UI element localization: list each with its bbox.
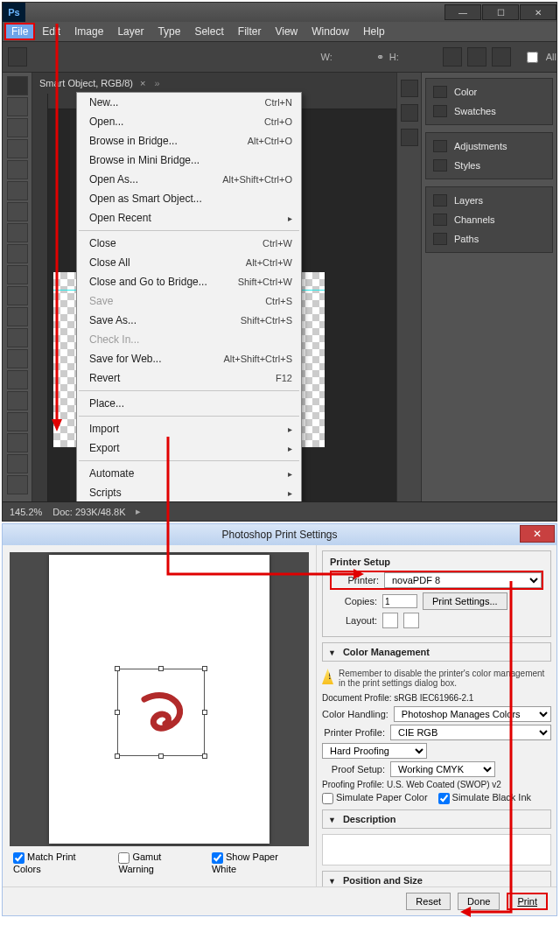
layout-portrait-icon[interactable] xyxy=(382,613,398,628)
zoom-level[interactable]: 145.2% xyxy=(10,507,42,517)
copies-input[interactable] xyxy=(382,594,417,608)
all-checkbox[interactable] xyxy=(527,52,538,63)
tool-slot[interactable] xyxy=(7,328,28,347)
layout-landscape-icon[interactable] xyxy=(403,613,419,628)
gamut-warning-checkbox[interactable]: Gamut Warning xyxy=(118,851,200,874)
opt-icon[interactable] xyxy=(492,47,511,67)
tool-slot[interactable] xyxy=(7,433,28,452)
link-icon[interactable]: ⚭ xyxy=(376,52,384,63)
dock-icon[interactable] xyxy=(401,104,418,122)
position-size-header[interactable]: Position and Size xyxy=(322,871,551,886)
menu-item-import[interactable]: Import xyxy=(77,419,301,438)
menu-layer[interactable]: Layer xyxy=(110,23,150,40)
description-header[interactable]: Description xyxy=(322,809,551,829)
tool-slot[interactable] xyxy=(7,160,28,179)
dock-icon[interactable] xyxy=(401,129,418,146)
menu-item-export[interactable]: Export xyxy=(77,438,301,458)
tool-slot[interactable] xyxy=(7,391,28,410)
tool-slot[interactable] xyxy=(7,412,28,431)
window-titlebar: Ps — ☐ ✕ xyxy=(3,3,556,22)
menu-item-browse-in-bridge[interactable]: Browse in Bridge...Alt+Ctrl+O xyxy=(77,131,301,151)
tool-slot[interactable] xyxy=(7,370,28,389)
menu-window[interactable]: Window xyxy=(304,23,356,40)
hard-proofing-select[interactable]: Hard Proofing xyxy=(322,743,427,759)
tool-slot[interactable] xyxy=(7,223,28,242)
print-bounding-box[interactable] xyxy=(117,669,205,756)
tab-close-icon[interactable]: × xyxy=(140,78,145,88)
minimize-button[interactable]: — xyxy=(444,4,481,20)
menu-item-open-recent[interactable]: Open Recent xyxy=(77,208,301,228)
tool-slot[interactable] xyxy=(7,454,28,473)
panel-channels[interactable]: Channels xyxy=(426,210,552,229)
panel-styles[interactable]: Styles xyxy=(426,156,552,175)
panel-group-color: ColorSwatches xyxy=(425,78,553,125)
menu-item-revert[interactable]: RevertF12 xyxy=(77,368,301,388)
tool-slot[interactable] xyxy=(7,139,28,158)
printer-select[interactable]: novaPDF 8 xyxy=(384,572,542,588)
tool-slot[interactable] xyxy=(7,202,28,221)
close-button[interactable]: ✕ xyxy=(520,4,556,20)
panel-group-adjustments: AdjustmentsStyles xyxy=(425,132,553,179)
opt-icon[interactable] xyxy=(443,47,462,67)
tool-slot[interactable] xyxy=(7,307,28,326)
color-management-header[interactable]: Color Management xyxy=(322,642,551,662)
maximize-button[interactable]: ☐ xyxy=(482,4,519,20)
menu-item-new[interactable]: New...Ctrl+N xyxy=(77,93,301,112)
panel-swatches[interactable]: Swatches xyxy=(426,102,552,121)
panel-adjustments[interactable]: Adjustments xyxy=(426,137,552,156)
color-handling-select[interactable]: Photoshop Manages Colors xyxy=(394,706,551,722)
tool-preset-icon[interactable] xyxy=(8,47,27,67)
menu-item-open-as[interactable]: Open As...Alt+Shift+Ctrl+O xyxy=(77,170,301,189)
show-paper-white-checkbox[interactable]: Show Paper White xyxy=(212,851,305,874)
printer-setup-heading: Printer Setup xyxy=(330,557,543,567)
menu-item-place[interactable]: Place... xyxy=(77,394,301,413)
menu-item-save-as[interactable]: Save As...Shift+Ctrl+S xyxy=(77,311,301,330)
menu-item-scripts[interactable]: Scripts xyxy=(77,483,301,501)
menu-file[interactable]: File xyxy=(4,23,35,40)
status-arrow-icon[interactable]: ▸ xyxy=(136,506,141,517)
tab-overflow-icon[interactable]: » xyxy=(154,78,159,88)
reset-button[interactable]: Reset xyxy=(406,893,451,910)
menu-type[interactable]: Type xyxy=(150,23,187,40)
menu-item-close-and-go-to-bridge[interactable]: Close and Go to Bridge...Shift+Ctrl+W xyxy=(77,272,301,291)
tool-slot[interactable] xyxy=(7,76,28,95)
menu-view[interactable]: View xyxy=(268,23,304,40)
menu-item-close[interactable]: CloseCtrl+W xyxy=(77,234,301,253)
panel-layers[interactable]: Layers xyxy=(426,191,552,210)
menu-item-browse-in-mini-bridge[interactable]: Browse in Mini Bridge... xyxy=(77,151,301,170)
print-settings-button[interactable]: Print Settings... xyxy=(423,592,508,610)
menu-edit[interactable]: Edit xyxy=(35,23,67,40)
tool-slot[interactable] xyxy=(7,244,28,263)
tool-slot[interactable] xyxy=(7,97,28,116)
menu-item-close-all[interactable]: Close AllAlt+Ctrl+W xyxy=(77,253,301,272)
dialog-close-button[interactable]: ✕ xyxy=(520,525,555,543)
menu-item-open[interactable]: Open...Ctrl+O xyxy=(77,112,301,131)
tool-slot[interactable] xyxy=(7,286,28,305)
dock-icon[interactable] xyxy=(401,80,418,97)
proof-setup-select[interactable]: Working CMYK xyxy=(390,761,495,777)
match-print-colors-checkbox[interactable]: Match Print Colors xyxy=(13,851,106,874)
all-label: All xyxy=(546,52,556,62)
printer-profile-select[interactable]: CIE RGB xyxy=(390,725,551,740)
tool-slot[interactable] xyxy=(7,475,28,494)
menu-item-automate[interactable]: Automate xyxy=(77,464,301,483)
print-button[interactable]: Print xyxy=(507,893,548,910)
document-tab[interactable]: Smart Object, RGB/8) × » xyxy=(32,73,396,94)
print-preview: 8.5 in x 11 in xyxy=(10,552,309,846)
menu-select[interactable]: Select xyxy=(187,23,230,40)
tool-slot[interactable] xyxy=(7,349,28,368)
simulate-black-checkbox[interactable]: Simulate Black Ink xyxy=(438,792,531,804)
menu-image[interactable]: Image xyxy=(67,23,110,40)
menu-help[interactable]: Help xyxy=(356,23,392,40)
tool-slot[interactable] xyxy=(7,118,28,137)
done-button[interactable]: Done xyxy=(458,893,500,910)
simulate-paper-checkbox[interactable]: Simulate Paper Color xyxy=(322,792,428,804)
panel-paths[interactable]: Paths xyxy=(426,229,552,249)
menu-item-open-as-smart-object[interactable]: Open as Smart Object... xyxy=(77,189,301,208)
menu-filter[interactable]: Filter xyxy=(231,23,269,40)
panel-color[interactable]: Color xyxy=(426,82,552,102)
menu-item-save-for-web[interactable]: Save for Web...Alt+Shift+Ctrl+S xyxy=(77,349,301,368)
tool-slot[interactable] xyxy=(7,265,28,284)
opt-icon[interactable] xyxy=(467,47,486,67)
tool-slot[interactable] xyxy=(7,181,28,200)
